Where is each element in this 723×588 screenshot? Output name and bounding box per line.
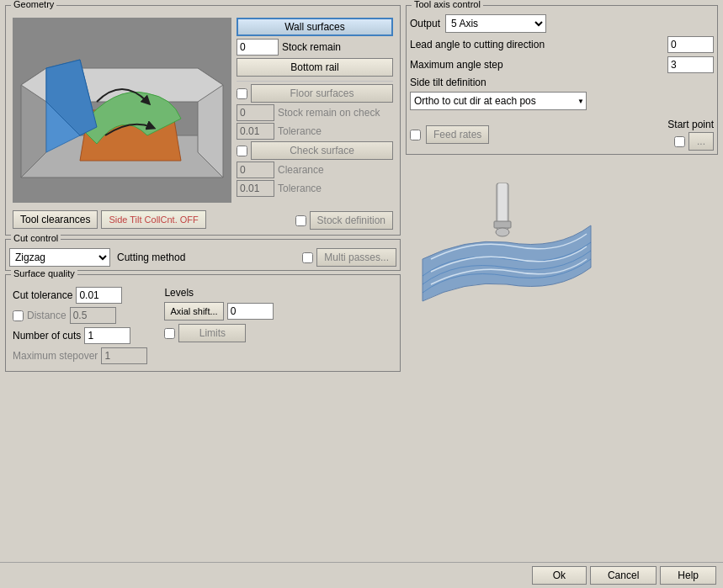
cancel-button[interactable]: Cancel	[590, 566, 657, 585]
geometry-box: Wall surfaces 0 Stock remain Bottom rail	[9, 9, 396, 206]
axial-shift-row: Axial shift...	[164, 302, 273, 320]
distance-checkbox[interactable]	[13, 310, 24, 321]
stock-remain-input[interactable]: 0	[237, 39, 279, 56]
cut-tolerance-row: Cut tolerance	[13, 287, 147, 304]
levels-title: Levels	[164, 287, 273, 299]
bottom-bar: Ok Cancel Help	[0, 562, 723, 588]
floor-section: Floor surfaces Stock remain on check Tol…	[237, 81, 393, 199]
check-tolerance-input[interactable]	[237, 180, 274, 197]
side-tilt-button[interactable]: Side Tilt CollCnt. OFF	[101, 210, 205, 229]
stock-remain-row: 0 Stock remain	[237, 39, 393, 56]
wall-surfaces-button[interactable]: Wall surfaces	[237, 18, 393, 36]
tool-clearances-row: Tool clearances Side Tilt CollCnt. OFF	[13, 210, 206, 229]
bottom-rail-button[interactable]: Bottom rail	[237, 58, 393, 77]
surface-quality-box: Cut tolerance Distance Number of cuts	[9, 278, 396, 368]
stock-def-checkbox[interactable]	[295, 215, 306, 226]
tool-preview-area	[406, 175, 608, 326]
left-panel: Geometry	[5, 5, 401, 557]
floor-surfaces-checkbox[interactable]	[237, 88, 247, 99]
num-cuts-label: Number of cuts	[13, 330, 81, 342]
multi-passes-checkbox[interactable]	[302, 252, 313, 263]
max-angle-input[interactable]	[667, 56, 714, 73]
num-cuts-input[interactable]	[84, 327, 130, 344]
geometry-group: Geometry	[5, 5, 401, 236]
distance-row: Distance	[13, 307, 147, 324]
floor-surfaces-button[interactable]: Floor surfaces	[251, 84, 393, 103]
cutting-method-label: Cutting method	[117, 252, 185, 263]
side-tilt-select-row: Ortho to cut dir at each pos Lead/Lean F…	[410, 92, 714, 110]
lead-angle-row: Lead angle to cutting direction	[410, 36, 714, 53]
output-select-wrapper: 5 Axis 3 Axis 4 Axis	[445, 14, 546, 33]
geometry-right: Wall surfaces 0 Stock remain Bottom rail	[237, 18, 393, 203]
tool-axis-group: Tool axis control Output 5 Axis 3 Axis 4…	[406, 5, 718, 155]
output-row: Output 5 Axis 3 Axis 4 Axis	[410, 14, 714, 33]
clearance-label: Clearance	[278, 164, 324, 176]
lead-angle-label: Lead angle to cutting direction	[410, 39, 545, 50]
stock-def-row: Stock definition	[295, 211, 393, 230]
surface-quality-group: Surface quality Cut tolerance Distance	[5, 274, 401, 372]
svg-rect-11	[494, 221, 511, 228]
floor-tolerance-input[interactable]	[237, 123, 274, 140]
cutting-method-wrapper: Zigzag One way Spiral Morphed spiral	[9, 248, 110, 267]
feed-rates-row: Feed rates	[410, 125, 489, 144]
sq-right: Levels Axial shift... Limits	[164, 287, 273, 364]
floor-surfaces-row: Floor surfaces	[237, 84, 393, 103]
stock-def-button[interactable]: Stock definition	[310, 211, 393, 230]
cut-control-title: Cut control	[11, 233, 61, 243]
side-tilt-select[interactable]: Ortho to cut dir at each pos Lead/Lean F…	[410, 92, 587, 110]
floor-tolerance-label: Tolerance	[278, 125, 322, 137]
limits-button[interactable]: Limits	[178, 324, 246, 342]
cut-control-group: Cut control Zigzag One way Spiral Morphe…	[5, 239, 401, 271]
max-stepover-label: Maximum stepover	[13, 350, 98, 362]
help-button[interactable]: Help	[660, 566, 716, 585]
clearance-row: Clearance	[237, 162, 393, 178]
ok-button[interactable]: Ok	[532, 566, 587, 585]
cutting-method-select[interactable]: Zigzag One way Spiral Morphed spiral	[9, 248, 110, 267]
axial-shift-input[interactable]	[227, 303, 274, 320]
tool-preview-svg	[406, 175, 608, 326]
check-surface-row: Check surface	[237, 141, 393, 160]
limits-checkbox[interactable]	[164, 328, 175, 339]
geometry-3d-svg	[13, 18, 231, 203]
main-container: Geometry	[0, 0, 723, 588]
surface-quality-title: Surface quality	[11, 268, 77, 278]
output-select[interactable]: 5 Axis 3 Axis 4 Axis	[445, 14, 546, 33]
multi-passes-button[interactable]: Multi passes...	[316, 248, 396, 267]
start-point-area: Start point ...	[667, 119, 714, 151]
distance-input[interactable]	[70, 307, 116, 324]
axial-shift-button[interactable]: Axial shift...	[164, 302, 223, 320]
side-tilt-def-row: Side tilt definition	[410, 77, 714, 88]
cut-tolerance-input[interactable]	[76, 287, 122, 304]
geometry-title: Geometry	[11, 0, 56, 9]
floor-stock-label: Stock remain on check	[278, 107, 380, 119]
tool-clearances-button[interactable]: Tool clearances	[13, 210, 98, 229]
output-label: Output	[410, 18, 440, 29]
side-tilt-select-wrapper: Ortho to cut dir at each pos Lead/Lean F…	[410, 92, 587, 110]
check-surface-checkbox[interactable]	[237, 146, 247, 156]
geometry-preview	[13, 18, 231, 203]
check-surface-button[interactable]: Check surface	[251, 141, 393, 160]
feed-rates-button[interactable]: Feed rates	[426, 125, 489, 144]
sq-left: Cut tolerance Distance Number of cuts	[13, 287, 147, 364]
limits-row: Limits	[164, 324, 273, 342]
floor-stock-input[interactable]	[237, 104, 274, 121]
start-point-label: Start point	[667, 119, 714, 130]
max-angle-row: Maximum angle step	[410, 56, 714, 73]
start-point-checkbox[interactable]	[674, 136, 685, 147]
cut-control-inner: Zigzag One way Spiral Morphed spiral Cut…	[9, 248, 396, 267]
floor-stock-row: Stock remain on check	[237, 104, 393, 121]
check-tolerance-label: Tolerance	[278, 183, 322, 194]
side-tilt-def-label: Side tilt definition	[410, 77, 486, 88]
check-tolerance-row: Tolerance	[237, 180, 393, 197]
cut-tolerance-label: Cut tolerance	[13, 289, 72, 301]
right-panel: Tool axis control Output 5 Axis 3 Axis 4…	[406, 5, 718, 557]
start-point-btn[interactable]: ...	[688, 132, 714, 151]
lead-angle-input[interactable]	[667, 36, 714, 53]
feed-rates-checkbox[interactable]	[410, 130, 421, 140]
tool-axis-title: Tool axis control	[412, 0, 483, 9]
clearance-input[interactable]	[237, 162, 274, 178]
max-stepover-input[interactable]	[101, 347, 147, 364]
distance-label: Distance	[27, 310, 66, 321]
num-cuts-row: Number of cuts	[13, 327, 147, 344]
stock-remain-label: Stock remain	[282, 41, 341, 53]
